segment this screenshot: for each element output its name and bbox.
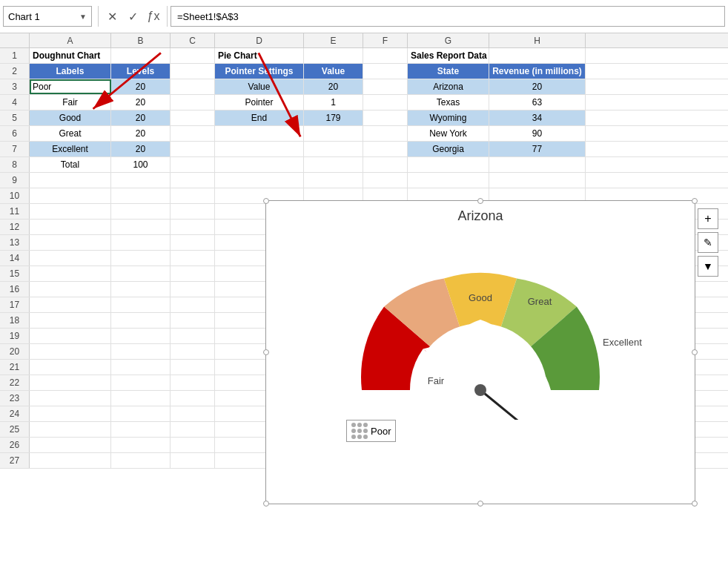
table-cell[interactable] <box>171 344 215 359</box>
table-cell[interactable] <box>363 48 408 63</box>
confirm-icon[interactable]: ✓ <box>122 6 143 27</box>
table-cell[interactable] <box>363 173 408 188</box>
name-box[interactable]: Chart 1 ▼ <box>3 6 92 27</box>
chart-filter-button[interactable]: ▼ <box>698 256 718 277</box>
table-cell[interactable] <box>171 157 215 172</box>
table-cell[interactable] <box>30 282 111 297</box>
table-cell[interactable]: 20 <box>111 95 171 110</box>
table-cell[interactable] <box>111 360 171 375</box>
table-cell[interactable] <box>171 282 215 297</box>
table-cell[interactable] <box>30 438 111 452</box>
chart-style-button[interactable]: ✎ <box>698 232 718 253</box>
table-cell[interactable] <box>171 79 215 94</box>
table-cell[interactable] <box>111 251 171 265</box>
table-cell[interactable] <box>171 266 215 281</box>
table-cell[interactable]: Texas <box>408 95 489 110</box>
table-cell[interactable] <box>363 157 408 172</box>
col-header-g[interactable]: G <box>408 33 489 47</box>
table-cell[interactable] <box>171 126 215 141</box>
col-header-d[interactable]: D <box>215 33 304 47</box>
table-cell[interactable] <box>30 251 111 265</box>
table-cell[interactable]: Wyoming <box>408 110 489 125</box>
table-cell[interactable] <box>171 453 215 468</box>
table-cell[interactable] <box>111 329 171 343</box>
formula-bar[interactable]: =Sheet1!$A$3 <box>171 6 725 27</box>
table-cell[interactable] <box>30 297 111 312</box>
table-cell[interactable]: Doughnut Chart <box>30 48 111 63</box>
table-cell[interactable] <box>408 173 489 188</box>
table-cell[interactable] <box>304 48 363 63</box>
table-cell[interactable] <box>111 48 171 63</box>
table-cell[interactable]: End <box>215 110 304 125</box>
table-cell[interactable] <box>171 48 215 63</box>
table-cell[interactable] <box>111 235 171 250</box>
table-cell[interactable]: 63 <box>489 95 586 110</box>
table-cell[interactable] <box>171 251 215 265</box>
table-cell[interactable] <box>363 142 408 156</box>
table-cell[interactable]: 20 <box>111 142 171 156</box>
table-cell[interactable] <box>215 142 304 156</box>
table-cell[interactable] <box>171 297 215 312</box>
col-header-a[interactable]: A <box>30 33 111 47</box>
col-header-h[interactable]: H <box>489 33 586 47</box>
col-header-f[interactable]: F <box>363 33 408 47</box>
table-cell[interactable]: 20 <box>111 79 171 94</box>
table-cell[interactable] <box>111 391 171 406</box>
table-cell[interactable]: Arizona <box>408 79 489 94</box>
table-cell[interactable]: 34 <box>489 110 586 125</box>
table-cell[interactable] <box>171 188 215 203</box>
table-cell[interactable] <box>215 173 304 188</box>
table-cell[interactable] <box>489 173 586 188</box>
table-cell[interactable] <box>111 188 171 203</box>
table-cell[interactable]: Value <box>215 79 304 94</box>
table-cell[interactable]: 100 <box>111 157 171 172</box>
table-cell[interactable]: Value <box>304 64 363 79</box>
table-cell[interactable] <box>171 438 215 452</box>
table-cell[interactable] <box>30 266 111 281</box>
table-cell[interactable] <box>171 422 215 437</box>
table-cell[interactable]: 20 <box>304 79 363 94</box>
table-cell[interactable]: 179 <box>304 110 363 125</box>
table-cell[interactable] <box>171 406 215 421</box>
table-cell[interactable]: Pointer <box>215 95 304 110</box>
table-cell[interactable] <box>111 297 171 312</box>
table-cell[interactable] <box>408 157 489 172</box>
table-cell[interactable]: Georgia <box>408 142 489 156</box>
table-cell[interactable] <box>171 173 215 188</box>
table-cell[interactable] <box>30 453 111 468</box>
table-cell[interactable] <box>111 375 171 390</box>
table-cell[interactable] <box>111 266 171 281</box>
table-cell[interactable] <box>30 344 111 359</box>
table-cell[interactable] <box>171 142 215 156</box>
table-cell[interactable]: Pie Chart <box>215 48 304 63</box>
table-cell[interactable] <box>171 391 215 406</box>
table-cell[interactable] <box>30 360 111 375</box>
table-cell[interactable] <box>111 313 171 328</box>
table-cell[interactable] <box>30 391 111 406</box>
table-cell[interactable] <box>30 235 111 250</box>
table-cell[interactable] <box>111 173 171 188</box>
col-header-e[interactable]: E <box>304 33 363 47</box>
table-cell[interactable] <box>304 173 363 188</box>
table-cell[interactable] <box>171 360 215 375</box>
table-cell[interactable] <box>171 95 215 110</box>
table-cell[interactable] <box>30 173 111 188</box>
table-cell[interactable] <box>111 422 171 437</box>
table-cell[interactable] <box>30 204 111 219</box>
table-cell[interactable] <box>489 48 586 63</box>
table-cell[interactable]: 20 <box>111 126 171 141</box>
table-cell[interactable] <box>171 204 215 219</box>
table-cell[interactable] <box>30 329 111 343</box>
table-cell[interactable]: Poor <box>30 79 111 94</box>
table-cell[interactable] <box>111 453 171 468</box>
chart-add-button[interactable]: + <box>698 208 718 229</box>
chart-container[interactable]: + ✎ ▼ Arizona <box>265 200 695 504</box>
table-cell[interactable]: 90 <box>489 126 586 141</box>
table-cell[interactable] <box>304 157 363 172</box>
table-cell[interactable] <box>304 142 363 156</box>
table-cell[interactable] <box>215 126 304 141</box>
table-cell[interactable] <box>30 313 111 328</box>
table-cell[interactable] <box>111 220 171 234</box>
table-cell[interactable]: Total <box>30 157 111 172</box>
table-cell[interactable]: New York <box>408 126 489 141</box>
